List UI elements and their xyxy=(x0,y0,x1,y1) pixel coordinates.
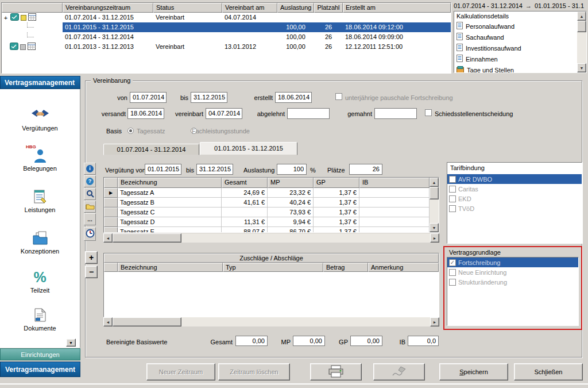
period-row[interactable]: 01.01.2013 - 31.12.2013 Vereinbart 13.01… xyxy=(2,42,451,52)
period-row[interactable]: 01.07.2014 - 31.12.2014 100,00 26 18.06.… xyxy=(2,32,451,42)
col-status[interactable]: Status xyxy=(153,3,222,13)
scroll-track[interactable] xyxy=(181,233,430,243)
scroll-thumb[interactable] xyxy=(113,233,181,243)
zuschlaege-empty-body[interactable] xyxy=(104,272,439,317)
tab-period-1[interactable]: 01.07.2014 - 31.12.2014 xyxy=(103,144,199,155)
col-bezeichnung[interactable]: Bezeichnung xyxy=(118,178,222,188)
period-row[interactable]: + 01.07.2014 - 31.12.2015 Vereinbart 04.… xyxy=(2,13,451,22)
col-typ[interactable]: Typ xyxy=(223,263,323,272)
plaetze-field[interactable]: 26 xyxy=(349,164,382,175)
sidebar-item-teilzeit[interactable]: % Teilzeit xyxy=(1,268,79,294)
col-betrag[interactable]: Betrag xyxy=(323,263,368,272)
table-row[interactable]: Tagessatz D 11,31 € 9,94 € 1,37 € xyxy=(104,217,430,227)
col-erstellt-am[interactable]: Erstellt am xyxy=(343,3,451,13)
auslastung-field[interactable]: 100 xyxy=(277,164,307,175)
verguetung-bis-field[interactable]: 31.12.2015 xyxy=(196,164,233,175)
more-button[interactable]: ... xyxy=(84,213,96,225)
row-selector[interactable] xyxy=(104,217,118,227)
checkbox[interactable] xyxy=(449,195,456,202)
neuer-zeitraum-button[interactable]: Neuer Zeitraum xyxy=(146,363,215,381)
search-button[interactable] xyxy=(84,188,96,200)
checkbox[interactable] xyxy=(449,186,456,193)
col-platzzahl[interactable]: Platzahl xyxy=(314,3,343,13)
info-button[interactable]: i xyxy=(84,163,96,175)
versandt-field[interactable]: 18.06.2014 xyxy=(127,108,164,119)
verguetung-table-vscroll[interactable]: ▲ ▼ xyxy=(430,178,439,232)
list-item-neue-einrichtung[interactable]: Neue Einrichtung xyxy=(447,267,578,277)
vereinbart-field[interactable]: 04.07.2014 xyxy=(206,108,242,119)
gemahnt-field[interactable] xyxy=(374,108,417,119)
scroll-right-button[interactable]: ► xyxy=(430,233,439,243)
mp-field[interactable]: 0,00 xyxy=(293,336,325,346)
gp-field[interactable]: 0,00 xyxy=(350,336,382,346)
zeitraum-loeschen-button[interactable]: Zeitraum löschen xyxy=(218,363,290,381)
table-row[interactable]: Tagessatz E 88,07 € 86,70 € 1,37 € xyxy=(104,227,430,232)
col-ib[interactable]: IB xyxy=(359,178,430,188)
schiedsstellen-checkbox[interactable] xyxy=(425,109,432,116)
scroll-left-button[interactable]: ◄ xyxy=(103,317,113,326)
kalkulation-scrollbar[interactable]: ▲ ▼ xyxy=(577,11,586,72)
bis-field[interactable]: 31.12.2015 xyxy=(191,92,227,103)
history-button[interactable] xyxy=(84,227,96,241)
sidebar-item-dokumente[interactable]: Dokumente xyxy=(1,306,79,332)
erstellt-field[interactable]: 18.06.2014 xyxy=(275,92,312,103)
sidebar-collapse-button[interactable]: ▼ xyxy=(66,339,76,347)
col-auslastung[interactable]: Auslastung xyxy=(277,3,314,13)
scroll-left-button[interactable]: ◄ xyxy=(103,233,113,243)
sign-button[interactable] xyxy=(373,363,425,381)
table-row[interactable]: Tagessatz B 41,61 € 40,24 € 1,37 € xyxy=(104,198,430,208)
verguetung-table-hscroll[interactable]: ◄ ► xyxy=(103,233,439,243)
checkbox[interactable] xyxy=(449,176,456,183)
expand-icon[interactable]: + xyxy=(3,14,9,21)
row-selector[interactable] xyxy=(104,208,118,217)
tagessatz-radio[interactable] xyxy=(127,128,134,134)
col-mp[interactable]: MP xyxy=(268,178,314,188)
add-row-button[interactable]: + xyxy=(85,251,98,264)
scroll-down-button[interactable]: ▼ xyxy=(430,223,439,232)
checkbox[interactable] xyxy=(449,205,456,212)
scroll-track[interactable] xyxy=(181,317,430,326)
gesamt-field[interactable]: 0,00 xyxy=(235,336,268,346)
list-item-einnahmen[interactable]: Einnahmen xyxy=(454,53,577,64)
sidebar-item-belegungen[interactable]: HBG Belegungen xyxy=(1,147,79,172)
print-button[interactable] xyxy=(310,363,362,381)
period-from[interactable]: 01.07.2014 - 31.12.2014 xyxy=(454,2,523,9)
scroll-thumb[interactable] xyxy=(430,187,439,199)
sidebar-section-vertragsmanagement[interactable]: Vertragsmanagement xyxy=(0,362,80,377)
scroll-thumb[interactable] xyxy=(113,317,181,326)
sidebar-section-einrichtungen[interactable]: Einrichtungen xyxy=(0,348,80,360)
scroll-up-button[interactable]: ▲ xyxy=(577,11,586,21)
scroll-track[interactable] xyxy=(430,199,439,223)
list-item-fortschreibung[interactable]: ✓ Fortschreibung xyxy=(447,258,578,267)
list-item-ekd[interactable]: EKD xyxy=(447,194,582,203)
list-item-caritas[interactable]: Caritas xyxy=(447,184,582,194)
list-item-tage-und-stellen[interactable]: Tage und Stellen xyxy=(454,64,577,72)
sidebar-item-verguetungen[interactable]: Vergütungen xyxy=(1,106,79,132)
abgelehnt-field[interactable] xyxy=(287,108,330,119)
schliessen-button[interactable]: Schließen xyxy=(514,363,583,381)
checkbox-checked[interactable]: ✓ xyxy=(449,259,456,266)
list-item-personalaufwand[interactable]: Personalaufwand xyxy=(454,21,577,32)
list-item-tvoed[interactable]: TVöD xyxy=(447,203,582,213)
sidebar-item-leistungen[interactable]: Leistungen xyxy=(1,188,79,213)
checkbox[interactable] xyxy=(449,269,456,276)
scroll-right-button[interactable]: ► xyxy=(430,317,439,326)
von-field[interactable]: 01.07.2014 xyxy=(130,92,167,103)
tab-period-2[interactable]: 01.01.2015 - 31.12.2015 xyxy=(200,142,297,155)
col-anmerkung[interactable]: Anmerkung xyxy=(368,263,439,272)
col-gp[interactable]: GP xyxy=(314,178,359,188)
speichern-button[interactable]: Speichern xyxy=(439,363,508,381)
folder-button[interactable] xyxy=(84,201,96,213)
checkbox[interactable] xyxy=(449,279,456,286)
row-selector[interactable] xyxy=(104,227,118,232)
list-item-investitionsaufwand[interactable]: Investitionsaufwand xyxy=(454,43,577,53)
list-item-strukturaenderung[interactable]: Strukturänderung xyxy=(447,277,578,287)
col-bezeichnung[interactable]: Bezeichnung xyxy=(118,263,223,272)
period-to[interactable]: 01.01.2015 - 31.1 xyxy=(535,2,584,9)
list-item-sachaufwand[interactable]: Sachaufwand xyxy=(454,32,577,43)
zuschlaege-hscroll[interactable]: ◄ ► xyxy=(103,317,439,326)
scroll-up-button[interactable]: ▲ xyxy=(430,178,439,187)
period-row-selected[interactable]: 01.01.2015 - 31.12.2015 100,00 26 18.06.… xyxy=(2,22,451,32)
sidebar-item-konzeptionen[interactable]: Konzeptionen xyxy=(1,229,79,255)
list-item-avr-dwbo[interactable]: AVR DWBO xyxy=(447,174,582,184)
